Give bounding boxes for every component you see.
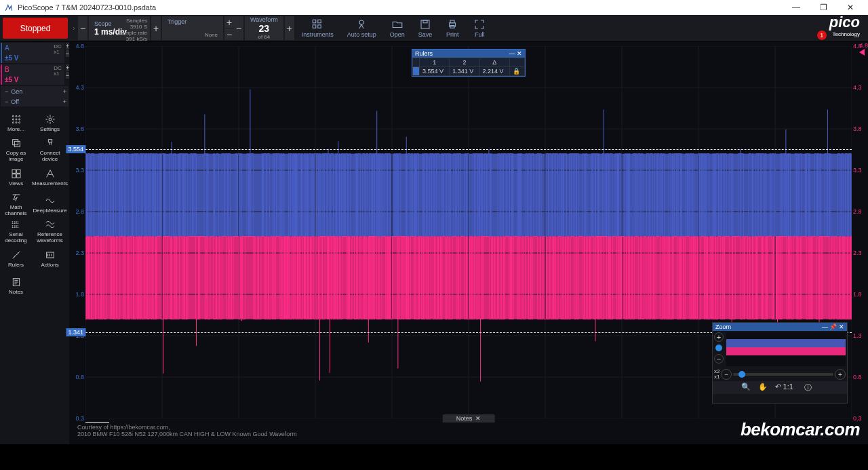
tool-reference-waveforms[interactable]: Reference waveforms bbox=[32, 218, 68, 244]
notes-tab[interactable]: Notes ✕ bbox=[443, 414, 495, 423]
svg-rect-24 bbox=[16, 170, 20, 173]
svg-rect-21 bbox=[14, 141, 20, 146]
svg-rect-25 bbox=[12, 174, 16, 177]
zoom-panel[interactable]: Zoom— 📌 ✕ + − x2x1 − + 🔍 ✋ ↶ 1:1 ⓘ bbox=[712, 322, 848, 404]
scope-increment-button[interactable]: + bbox=[151, 16, 161, 40]
zoom-pin-icon[interactable]: 📌 bbox=[829, 324, 837, 330]
svg-rect-6 bbox=[423, 20, 427, 23]
svg-text:1101: 1101 bbox=[12, 221, 19, 224]
waveform-sub: of 64 bbox=[250, 34, 278, 40]
tool-measurements[interactable]: Measurements bbox=[32, 164, 68, 190]
waveform-label: Waveform bbox=[250, 16, 278, 23]
zoom-tool-magnify[interactable]: 🔍 bbox=[741, 383, 756, 393]
window-close-button[interactable]: ✕ bbox=[837, 0, 864, 15]
svg-rect-1 bbox=[318, 20, 321, 23]
zoom-y-dot[interactable] bbox=[715, 345, 722, 351]
top-toolbar: Stopped › − Scope 1 ms/div Samples 3910 … bbox=[0, 15, 868, 42]
waveform-next-button[interactable]: + bbox=[285, 16, 294, 40]
svg-point-17 bbox=[16, 121, 17, 123]
chevron-right-icon[interactable]: › bbox=[71, 15, 77, 41]
tool-settings[interactable]: Settings bbox=[32, 110, 68, 136]
svg-rect-2 bbox=[313, 25, 316, 28]
lock-icon[interactable]: 🔒 bbox=[509, 67, 524, 76]
zoom-undo-button[interactable]: ↶ 1:1 bbox=[775, 383, 802, 393]
tool-math-channels[interactable]: Math channels bbox=[1, 191, 31, 217]
titlebar: PicoScope 7 T&M 20240723-0010.psdata — ❐… bbox=[0, 0, 868, 15]
zoom-tool-pan[interactable]: ✋ bbox=[758, 383, 773, 393]
tool-serial-decoding[interactable]: 11011101Serial decoding bbox=[1, 218, 31, 244]
window-maximize-button[interactable]: ❐ bbox=[810, 0, 837, 15]
zoom-close-icon[interactable]: ✕ bbox=[839, 324, 844, 330]
open-button[interactable]: Open bbox=[383, 16, 412, 40]
save-button[interactable]: Save bbox=[412, 16, 439, 40]
svg-point-14 bbox=[16, 119, 17, 120]
svg-point-13 bbox=[12, 119, 14, 120]
svg-rect-20 bbox=[12, 140, 18, 145]
channel-a-panel[interactable]: A ±5 V DCx1 bbox=[1, 43, 64, 63]
svg-point-18 bbox=[18, 121, 20, 123]
zoom-out-button[interactable]: − bbox=[714, 354, 724, 364]
tool-actions[interactable]: Actions bbox=[32, 246, 68, 271]
svg-point-16 bbox=[12, 121, 14, 123]
tool-deepmeasure[interactable]: DeepMeasure bbox=[32, 191, 68, 217]
rulers-panel[interactable]: Rulers— ✕ 12Δ 3.554 V1.341 V2.214 V🔒 bbox=[412, 49, 526, 77]
svg-point-11 bbox=[16, 115, 17, 117]
app-icon bbox=[4, 3, 14, 12]
scope-decrement-button[interactable]: − bbox=[78, 16, 87, 40]
ruler-tag-1[interactable]: 3.554 bbox=[66, 145, 85, 153]
trigger-label: Trigger bbox=[167, 18, 218, 25]
waveform-prev-button[interactable]: − bbox=[234, 16, 243, 40]
svg-point-4 bbox=[359, 20, 363, 24]
rulers-close-icon[interactable]: ✕ bbox=[517, 50, 522, 57]
run-stop-button[interactable]: Stopped bbox=[3, 18, 68, 39]
graph-area[interactable]: 4.8 0.30.81.31.82.32.83.33.84.34.8 0.30.… bbox=[69, 42, 868, 444]
svg-rect-22 bbox=[48, 140, 52, 142]
instruments-button[interactable]: Instruments bbox=[295, 16, 340, 40]
samples-label: Samples bbox=[118, 18, 147, 24]
zoom-info-button[interactable]: ⓘ bbox=[804, 383, 819, 393]
zoom-min-icon[interactable]: — bbox=[822, 324, 828, 330]
brand-logo: 1 picoTechnology bbox=[821, 15, 868, 41]
tool-notes[interactable]: Notes bbox=[1, 273, 31, 298]
svg-text:1101: 1101 bbox=[12, 225, 19, 229]
waveform-panel[interactable]: Waveform 23 of 64 bbox=[245, 16, 283, 40]
tool-more[interactable]: More... bbox=[1, 110, 31, 136]
trigger-up-button[interactable]: + bbox=[224, 16, 234, 28]
channel-b-panel[interactable]: B ±5 V DCx1 bbox=[1, 64, 64, 85]
trigger-value: None bbox=[167, 32, 218, 38]
zoom-x-slider[interactable] bbox=[733, 373, 833, 376]
notification-badge[interactable]: 1 bbox=[817, 31, 827, 40]
svg-point-19 bbox=[49, 118, 52, 121]
rate-value: 391 kS/s bbox=[118, 36, 147, 42]
footer: Notes ✕ Courtesy of https://bekomcar.com… bbox=[69, 423, 868, 444]
window-title: PicoScope 7 T&M 20240723-0010.psdata bbox=[18, 3, 783, 12]
svg-point-12 bbox=[18, 115, 20, 117]
ruler-tag-2[interactable]: 1.341 bbox=[66, 328, 85, 336]
waveform-value: 23 bbox=[250, 23, 278, 34]
svg-rect-23 bbox=[12, 170, 16, 173]
tool-rulers[interactable]: Rulers bbox=[1, 246, 31, 271]
zoom-x-plus[interactable]: + bbox=[835, 369, 846, 380]
trigger-panel[interactable]: Trigger None bbox=[162, 16, 223, 40]
svg-rect-0 bbox=[313, 20, 316, 23]
gen-row[interactable]: − Gen+ bbox=[1, 86, 68, 96]
zoom-x-minus[interactable]: − bbox=[721, 369, 732, 380]
window-minimize-button[interactable]: — bbox=[783, 0, 810, 15]
zoom-overview[interactable] bbox=[726, 332, 846, 366]
rate-label: Sample rate bbox=[118, 30, 147, 36]
tool-views[interactable]: Views bbox=[1, 164, 31, 190]
zoom-in-button[interactable]: + bbox=[714, 332, 724, 342]
svg-rect-26 bbox=[16, 174, 20, 177]
auto-setup-button[interactable]: Auto setup bbox=[340, 16, 383, 40]
svg-rect-5 bbox=[421, 20, 429, 28]
svg-point-10 bbox=[12, 115, 14, 117]
print-button[interactable]: Print bbox=[439, 16, 466, 40]
tool-connect-device[interactable]: Connect device bbox=[32, 137, 68, 163]
off-row[interactable]: − Off+ bbox=[1, 96, 68, 106]
rulers-min-icon[interactable]: — bbox=[509, 50, 515, 57]
trigger-down-button[interactable]: − bbox=[224, 28, 234, 40]
scope-panel[interactable]: Scope 1 ms/div Samples 3910 S Sample rat… bbox=[89, 16, 150, 40]
full-button[interactable]: Full bbox=[466, 16, 493, 40]
tool-copy-as-image[interactable]: Copy as image bbox=[1, 137, 31, 163]
samples-value: 3910 S bbox=[118, 24, 147, 30]
